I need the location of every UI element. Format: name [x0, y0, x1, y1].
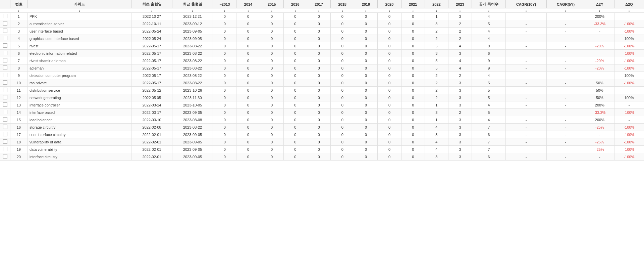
checkbox[interactable]: [3, 125, 7, 129]
col-y2021-header[interactable]: 2021: [401, 0, 425, 8]
checkbox[interactable]: [3, 36, 7, 40]
col-y2021-sub[interactable]: ↕: [401, 8, 425, 13]
col-y2020-sub[interactable]: ↕: [378, 8, 401, 13]
y2022-cell: 2: [425, 79, 448, 87]
col-last-date-header[interactable]: 최근 출현일: [172, 0, 213, 8]
col-delta2y-header[interactable]: Δ2Y: [585, 0, 614, 8]
col-y2018-header[interactable]: 2018: [331, 0, 354, 8]
header-row-1: 번호 키워드 최초 출현일 최근 출현일 ~2013 2014 2015 201…: [0, 0, 644, 8]
y2022-cell: 5: [425, 57, 448, 64]
col-y2022-sub[interactable]: ↕: [425, 8, 448, 13]
check-cell[interactable]: [0, 109, 10, 116]
check-cell[interactable]: [0, 101, 10, 109]
checkbox[interactable]: [3, 14, 7, 18]
col-y2019-sub[interactable]: ↕: [354, 8, 378, 13]
check-cell[interactable]: [0, 79, 10, 87]
col-y2013-header[interactable]: ~2013: [213, 0, 236, 8]
col-y2013-sub[interactable]: ↕: [213, 8, 236, 13]
check-cell[interactable]: [0, 28, 10, 35]
checkbox[interactable]: [3, 117, 7, 122]
checkbox[interactable]: [3, 21, 7, 26]
check-cell[interactable]: [0, 35, 10, 42]
y2017-cell: 0: [307, 116, 330, 124]
check-cell[interactable]: [0, 138, 10, 146]
col-y2017-header[interactable]: 2017: [307, 0, 330, 8]
checkbox[interactable]: [3, 43, 7, 48]
checkbox[interactable]: [3, 95, 7, 99]
y2022-cell: 3: [425, 20, 448, 28]
no-cell: 9: [10, 72, 27, 79]
col-no-header[interactable]: 번호: [10, 0, 27, 8]
y2015-cell: 0: [260, 116, 283, 124]
first-date-cell: 2022-05-17: [131, 64, 172, 72]
col-no-sub[interactable]: ↕: [10, 8, 27, 13]
checkbox[interactable]: [3, 29, 7, 33]
col-patent-sub[interactable]: ↕: [472, 8, 506, 13]
y2013-cell: 0: [213, 94, 236, 101]
checkbox[interactable]: [3, 154, 7, 159]
col-y2015-sub[interactable]: ↕: [260, 8, 283, 13]
check-cell[interactable]: [0, 20, 10, 28]
col-y2014-sub[interactable]: ↕: [236, 8, 260, 13]
col-delta2q-header[interactable]: Δ2Q: [614, 0, 644, 8]
check-cell[interactable]: [0, 87, 10, 94]
checkbox[interactable]: [3, 65, 7, 70]
check-cell[interactable]: [0, 94, 10, 101]
col-y2014-header[interactable]: 2014: [236, 0, 260, 8]
y2015-cell: 0: [260, 57, 283, 64]
checkbox[interactable]: [3, 51, 7, 55]
col-keyword-header[interactable]: 키워드: [27, 0, 131, 8]
delta2y-cell: -25%: [585, 138, 614, 146]
checkbox[interactable]: [3, 88, 7, 92]
col-y2018-sub[interactable]: ↕: [331, 8, 354, 13]
col-cagr10-header[interactable]: CAGR(10Y): [506, 0, 546, 8]
y2023-cell: 4: [448, 42, 472, 50]
col-y2020-header[interactable]: 2020: [378, 0, 401, 8]
col-y2017-sub[interactable]: ↕: [307, 8, 330, 13]
checkbox[interactable]: [3, 147, 7, 151]
col-first-sub[interactable]: ↓: [131, 8, 172, 13]
col-delta2y-sub[interactable]: ↕: [585, 8, 614, 13]
col-y2023-header[interactable]: 2023: [448, 0, 472, 8]
check-cell[interactable]: [0, 153, 10, 161]
col-first-date-header[interactable]: 최초 출현일: [131, 0, 172, 8]
col-cagr5-header[interactable]: CAGR(5Y): [546, 0, 585, 8]
y2013-cell: 0: [213, 35, 236, 42]
col-y2023-sub[interactable]: ↕: [448, 8, 472, 13]
col-y2015-header[interactable]: 2015: [260, 0, 283, 8]
col-y2016-header[interactable]: 2016: [283, 0, 307, 8]
cagr5-cell: -: [546, 50, 585, 57]
check-cell[interactable]: [0, 64, 10, 72]
col-y2016-sub[interactable]: ↕: [283, 8, 307, 13]
col-patent-header[interactable]: 공개 특허수: [472, 0, 506, 8]
checkbox[interactable]: [3, 110, 7, 114]
col-y2022-header[interactable]: 2022: [425, 0, 448, 8]
checkbox[interactable]: [3, 102, 7, 107]
col-keyword-sub[interactable]: ↕: [27, 8, 131, 13]
check-cell[interactable]: [0, 50, 10, 57]
patent-count-cell: 5: [472, 94, 506, 101]
checkbox[interactable]: [3, 58, 7, 62]
checkbox[interactable]: [3, 80, 7, 85]
col-y2019-header[interactable]: 2019: [354, 0, 378, 8]
cagr5-cell: -: [546, 146, 585, 153]
col-cagr5-sub[interactable]: ↕: [546, 8, 585, 13]
check-cell[interactable]: [0, 146, 10, 153]
check-cell[interactable]: [0, 72, 10, 79]
col-delta2q-sub[interactable]: ↕: [614, 8, 644, 13]
check-cell[interactable]: [0, 116, 10, 124]
check-cell[interactable]: [0, 124, 10, 131]
checkbox[interactable]: [3, 139, 7, 144]
y2021-cell: 0: [401, 28, 425, 35]
cagr5-cell: [546, 72, 585, 79]
check-cell[interactable]: [0, 131, 10, 138]
checkbox[interactable]: [3, 132, 7, 136]
col-cagr10-sub[interactable]: ↕: [506, 8, 546, 13]
checkbox[interactable]: [3, 73, 7, 77]
no-cell: 4: [10, 35, 27, 42]
cagr5-cell: -: [546, 87, 585, 94]
check-cell[interactable]: [0, 57, 10, 64]
check-cell[interactable]: [0, 13, 10, 20]
col-last-sub[interactable]: ↕: [172, 8, 213, 13]
check-cell[interactable]: [0, 42, 10, 50]
